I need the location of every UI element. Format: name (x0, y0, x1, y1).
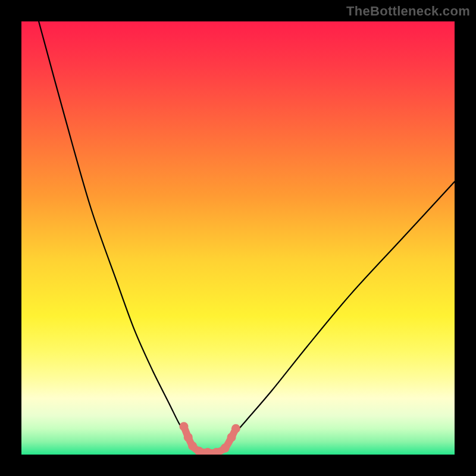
right-branch-line (231, 181, 455, 437)
chart-frame: TheBottleneck.com (0, 0, 476, 476)
valley-marker (180, 422, 189, 431)
plot-area (21, 21, 455, 455)
valley-marker (231, 424, 240, 433)
left-branch-line (39, 21, 188, 437)
valley-marker (221, 444, 230, 453)
valley-highlight (180, 422, 240, 455)
curve-layer (21, 21, 455, 455)
valley-marker (184, 433, 193, 441)
valley-marker (227, 433, 236, 441)
watermark-text: TheBottleneck.com (346, 4, 470, 19)
